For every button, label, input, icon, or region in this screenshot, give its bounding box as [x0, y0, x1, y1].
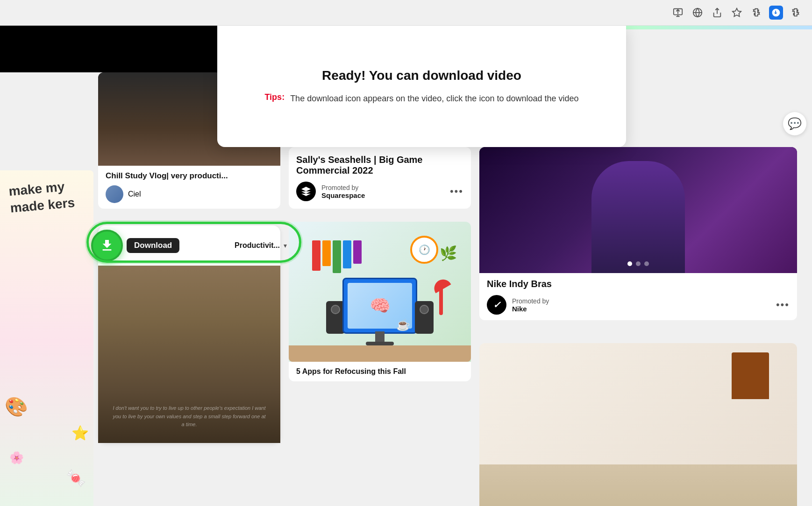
nike-brand: Nike [512, 305, 770, 313]
tips-label: Tips: [264, 92, 285, 102]
lamp-decor [439, 287, 443, 315]
sticker-decor-4: 🍬 [66, 469, 86, 488]
popup-title: Ready! You can download video [322, 68, 521, 83]
speaker-left [326, 301, 345, 334]
nike-swoosh: ✓ [493, 299, 501, 310]
carousel-dot-2[interactable] [636, 261, 641, 266]
book-2 [322, 240, 331, 266]
room-floor [479, 464, 797, 506]
puzzle-icon[interactable] [749, 6, 763, 20]
brain-icon: 🧠 [370, 296, 391, 316]
study-vlog-info: Chill Study Vlog| very producti... Ciel [98, 166, 280, 209]
star-icon[interactable] [730, 6, 744, 20]
download-card-image: I don't want you to try to live up to ot… [98, 266, 280, 443]
download-card: Download Productivit... ▾ Save I don't w… [98, 225, 280, 443]
nike-promoted-label: Promoted by [512, 297, 770, 305]
clock-decor: 🕐 [410, 236, 438, 264]
monitor-base [366, 342, 394, 345]
study-vlog-author: Ciel [106, 185, 273, 203]
speaker-cone-right [420, 305, 429, 314]
chat-icon-symbol: 💬 [788, 117, 802, 130]
speaker-cone-left [331, 305, 340, 314]
book-3 [333, 240, 341, 273]
room-content [479, 343, 797, 506]
book-4 [343, 240, 351, 268]
nike-image-bg [479, 147, 797, 273]
plant-decor: 🌿 [440, 245, 457, 261]
seashells-title: Sally's Seashells | Big Game Commercial … [296, 155, 463, 176]
person-silhouette [591, 161, 685, 273]
download-card-header: Download Productivit... ▾ Save [98, 225, 280, 266]
speaker-right [415, 301, 434, 334]
screen-share-icon[interactable] [671, 6, 685, 20]
promoted-label: Promoted by [321, 184, 444, 191]
seashells-card: Sally's Seashells | Big Game Commercial … [289, 147, 471, 209]
browser-toolbar [0, 0, 812, 26]
svg-marker-7 [733, 8, 741, 16]
sticker-decor-3: 🌸 [9, 451, 24, 464]
room-card [479, 343, 797, 506]
nike-info: Nike Indy Bras ✓ Promoted by Nike ••• [479, 273, 797, 320]
main-content: make my made kers 🎨 ⭐ 🌸 🍬 Chill Study Vl… [0, 26, 812, 506]
lamp-head [431, 276, 451, 293]
desk-illustration: 🕐 🧠 🌿 [289, 222, 471, 362]
carousel-dot-3[interactable] [644, 261, 649, 266]
nike-image [479, 147, 797, 273]
nike-title: Nike Indy Bras [487, 279, 790, 289]
nike-promoted-row: ✓ Promoted by Nike ••• [487, 295, 790, 315]
sticker-text: make my made kers [8, 176, 90, 217]
book-1 [312, 240, 321, 271]
download-button-group: Download [91, 230, 179, 261]
study-vlog-title: Chill Study Vlog| very producti... [106, 171, 273, 181]
card-image-quote: I don't want you to try to live up to ot… [98, 404, 280, 429]
clock-face: 🕐 [419, 244, 430, 255]
nike-logo: ✓ [487, 295, 506, 315]
apps-card-image: 🕐 🧠 🌿 [289, 222, 471, 362]
share-icon[interactable] [710, 6, 724, 20]
sticker-content: make my made kers 🎨 ⭐ 🌸 🍬 [0, 170, 93, 506]
header-bar [0, 26, 217, 72]
chat-icon[interactable]: 💬 [783, 112, 806, 135]
seashells-promoted-row: Promoted by Squarespace ••• [296, 182, 463, 201]
desk-surface [289, 345, 471, 362]
room-image [479, 343, 797, 506]
mug-decor: ☕ [396, 318, 410, 331]
tips-text: The download icon appears on the video, … [290, 92, 578, 105]
nike-promoted-info: Promoted by Nike [512, 297, 770, 313]
author-name: Ciel [128, 190, 141, 198]
popup-tips-row: Tips: The download icon appears on the v… [264, 92, 578, 105]
download-popup: Ready! You can download video Tips: The … [217, 26, 626, 147]
extension-icon[interactable] [789, 6, 803, 20]
carousel-dot-1[interactable] [627, 261, 632, 266]
furniture-item [732, 352, 769, 399]
apps-card-title: 5 Apps for Refocusing this Fall [289, 362, 471, 381]
books-decor [312, 240, 362, 273]
left-sticker-panel: make my made kers 🎨 ⭐ 🌸 🍬 [0, 170, 93, 506]
card-board-name: Productivit... [235, 241, 280, 250]
apps-card: 🕐 🧠 🌿 [289, 222, 471, 381]
translate-icon[interactable] [691, 6, 705, 20]
seashells-brand: Squarespace [321, 191, 444, 199]
chevron-down-icon[interactable]: ▾ [284, 242, 287, 249]
squarespace-logo [296, 182, 316, 201]
seashells-more-button[interactable]: ••• [450, 185, 463, 197]
carousel-dots [627, 261, 649, 266]
book-5 [353, 240, 362, 264]
download-circle-btn[interactable] [91, 230, 123, 261]
nike-more-button[interactable]: ••• [776, 299, 790, 311]
download-label: Download [127, 238, 179, 253]
download-extension-icon[interactable] [769, 6, 783, 20]
sticker-decor-2: ⭐ [71, 425, 89, 441]
author-avatar [106, 185, 123, 203]
promoted-info: Promoted by Squarespace [321, 184, 444, 199]
sticker-decor: 🎨 [5, 396, 28, 418]
nike-card: Nike Indy Bras ✓ Promoted by Nike ••• [479, 147, 797, 320]
